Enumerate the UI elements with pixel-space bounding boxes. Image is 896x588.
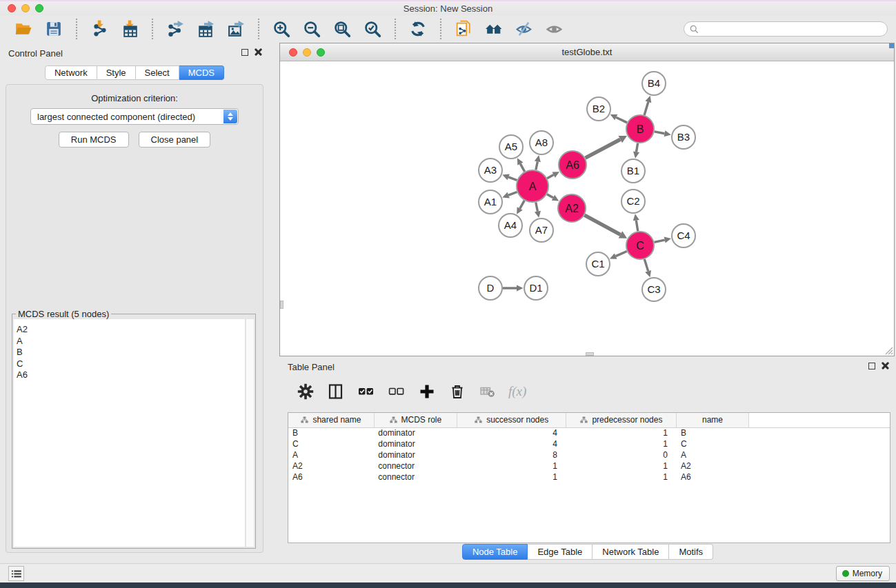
save-session-button[interactable] — [43, 19, 64, 39]
result-item[interactable]: C — [17, 358, 245, 370]
cell[interactable]: A6 — [677, 472, 748, 483]
node-A5[interactable]: A5 — [499, 135, 523, 159]
column-header-predecessor-nodes[interactable]: predecessor nodes — [566, 413, 677, 427]
export-table-button[interactable] — [195, 19, 216, 39]
cell[interactable]: A — [288, 449, 374, 460]
tab-network-table[interactable]: Network Table — [593, 544, 669, 560]
cell[interactable]: dominator — [374, 427, 457, 438]
edge-A-A4[interactable] — [517, 201, 524, 214]
node-B4[interactable]: B4 — [642, 72, 666, 95]
node-C3[interactable]: C3 — [642, 278, 666, 301]
function-builder-button[interactable]: f(x) — [508, 384, 526, 399]
table-row[interactable]: Bdominator41B — [288, 427, 890, 438]
close-panel-icon[interactable] — [255, 48, 262, 56]
node-A6[interactable]: A6 — [559, 151, 586, 179]
node-A2[interactable]: A2 — [558, 194, 586, 222]
cell[interactable]: A — [677, 449, 748, 460]
table-row[interactable]: A2connector11A2 — [288, 460, 890, 472]
minimize-window-button[interactable] — [21, 4, 30, 12]
home-button[interactable] — [484, 19, 504, 39]
result-item[interactable]: A — [17, 336, 245, 347]
optimization-criterion-dropdown[interactable]: largest connected component (directed) — [30, 108, 239, 125]
node-C2[interactable]: C2 — [621, 190, 645, 213]
zoom-in-button[interactable] — [271, 19, 292, 39]
edge-C-C2[interactable] — [633, 214, 639, 231]
cell[interactable]: C — [677, 438, 748, 449]
columns-button[interactable] — [326, 382, 346, 401]
splitter-handle-icon[interactable] — [586, 352, 594, 356]
zoom-view-button[interactable] — [317, 48, 325, 57]
close-panel-button[interactable]: Close panel — [139, 132, 211, 148]
splitter-handle-icon[interactable] — [280, 301, 283, 309]
node-C4[interactable]: C4 — [672, 224, 695, 247]
network-graph[interactable]: B4B2BB3A5A8A6A3AB1A1C2A2A4A7C4CC1DD1C3 — [280, 61, 894, 356]
settings-button[interactable] — [296, 382, 315, 401]
import-network-button[interactable] — [89, 19, 110, 39]
memory-button[interactable]: Memory — [836, 566, 890, 581]
tab-motifs[interactable]: Motifs — [669, 544, 713, 560]
edge-A-A1[interactable] — [502, 192, 517, 198]
cell[interactable]: A2 — [677, 460, 748, 472]
node-A1[interactable]: A1 — [479, 190, 502, 214]
hide-panels-button[interactable] — [514, 19, 535, 39]
tab-mcds[interactable]: MCDS — [179, 65, 224, 80]
show-panels-button[interactable] — [544, 19, 565, 39]
edge-A6-B[interactable] — [586, 136, 627, 158]
float-panel-icon[interactable] — [241, 49, 248, 56]
network-canvas[interactable]: B4B2BB3A5A8A6A3AB1A1C2A2A4A7C4CC1DD1C3 — [280, 61, 894, 356]
cell[interactable]: 8 — [457, 449, 566, 460]
edge-A-A8[interactable] — [535, 155, 541, 170]
node-C1[interactable]: C1 — [586, 252, 610, 276]
node-A8[interactable]: A8 — [530, 131, 553, 154]
node-A3[interactable]: A3 — [479, 159, 502, 182]
cell[interactable]: 1 — [566, 438, 677, 449]
edge-C-C4[interactable] — [654, 237, 670, 243]
table-row[interactable]: A6connector11A6 — [288, 472, 890, 483]
import-table-button[interactable] — [119, 19, 140, 39]
zoom-fit-button[interactable] — [332, 19, 352, 39]
search-input[interactable] — [702, 24, 882, 34]
node-D1[interactable]: D1 — [524, 276, 548, 300]
node-A[interactable]: A — [517, 170, 548, 202]
node-A7[interactable]: A7 — [530, 219, 553, 242]
edge-A2-C[interactable] — [584, 215, 627, 239]
result-scrollbar[interactable] — [246, 319, 254, 547]
edge-B-B4[interactable] — [644, 96, 651, 115]
node-D[interactable]: D — [479, 276, 502, 300]
node-A4[interactable]: A4 — [499, 214, 522, 237]
tab-node-table[interactable]: Node Table — [462, 544, 528, 560]
tab-edge-table[interactable]: Edge Table — [528, 544, 593, 560]
cell[interactable]: dominator — [374, 438, 457, 449]
node-B1[interactable]: B1 — [621, 159, 645, 183]
tab-style[interactable]: Style — [97, 65, 136, 80]
cell[interactable]: B — [677, 427, 748, 438]
node-B2[interactable]: B2 — [587, 97, 610, 121]
task-history-button[interactable] — [8, 566, 24, 581]
cell[interactable]: connector — [374, 472, 457, 483]
tab-network[interactable]: Network — [45, 65, 97, 80]
edge-A-A5[interactable] — [517, 158, 525, 172]
deselect-all-button[interactable] — [387, 382, 406, 401]
export-network-button[interactable] — [165, 19, 186, 39]
zoom-selected-button[interactable] — [362, 19, 383, 39]
network-window-titlebar[interactable]: testGlobe.txt — [280, 43, 894, 61]
new-network-from-selection-button[interactable] — [453, 19, 474, 39]
node-table[interactable]: shared nameMCDS rolesuccessor nodesprede… — [288, 412, 890, 543]
resize-grip-icon[interactable] — [884, 345, 893, 355]
edge-A-A2[interactable] — [547, 194, 559, 201]
result-item[interactable]: B — [17, 347, 245, 358]
run-mcds-button[interactable]: Run MCDS — [59, 132, 129, 148]
zoom-out-button[interactable] — [301, 19, 322, 39]
refresh-button[interactable] — [408, 19, 428, 39]
zoom-window-button[interactable] — [35, 4, 43, 12]
cell[interactable]: dominator — [374, 449, 457, 460]
select-all-button[interactable] — [357, 382, 376, 401]
cell[interactable]: 4 — [457, 438, 566, 449]
edge-C-C3[interactable] — [644, 259, 651, 277]
minimize-view-button[interactable] — [303, 48, 311, 57]
edge-C-C1[interactable] — [610, 251, 627, 258]
node-B3[interactable]: B3 — [672, 125, 695, 149]
edge-B-B1[interactable] — [633, 143, 639, 159]
delete-row-button[interactable] — [448, 382, 467, 401]
edge-A-A7[interactable] — [535, 203, 541, 218]
